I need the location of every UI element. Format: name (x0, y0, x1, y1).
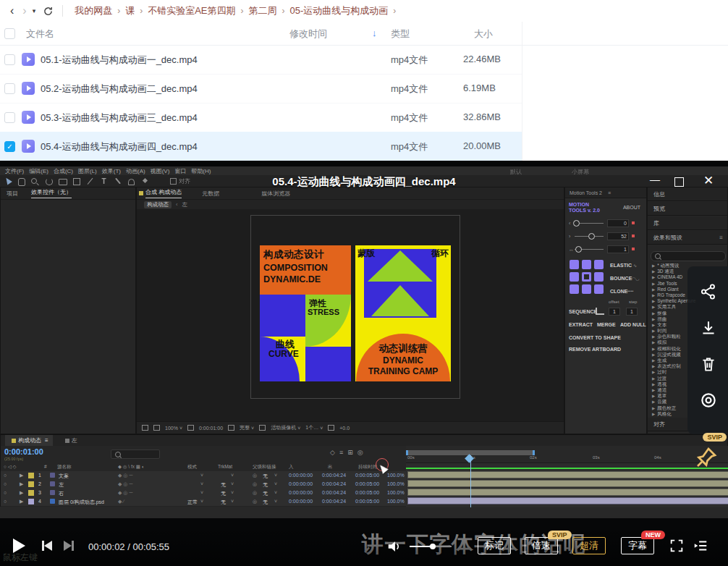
column-header-modified[interactable]: 修改时间 (289, 28, 327, 41)
fullscreen-icon[interactable] (669, 538, 685, 557)
maximize-button[interactable] (674, 177, 684, 187)
artwork-camp-en2: TRAINING CAMP (356, 366, 450, 376)
playlist-icon[interactable] (692, 538, 709, 557)
comp-crumb-current: 左 (182, 201, 188, 208)
previous-frame-button[interactable] (42, 541, 52, 551)
layer-name: 文案 (59, 473, 69, 480)
column-header-type[interactable]: 类型 (391, 28, 410, 41)
file-row-selected[interactable]: ✓ 05.4-运动曲线与构成动画四_dec.mp4 mp4文件 20.00MB (0, 132, 522, 161)
svip-pin-widget[interactable]: SVIP (683, 433, 728, 478)
pin-icon[interactable] (693, 444, 719, 470)
breadcrumb-item[interactable]: 课 (125, 4, 135, 17)
row-checkbox[interactable] (4, 83, 15, 94)
screen: ‹ › ▾ 我的网盘 › 课 › 不错实验室AE第四期 › 第二周 › 05-运… (0, 0, 728, 566)
breadcrumb-item-current[interactable]: 05-运动曲线与构成动画 (290, 4, 389, 17)
file-name[interactable]: 05.3-运动曲线与构成动画三_dec.mp4 (41, 111, 198, 124)
file-size: 32.86MB (463, 111, 501, 122)
video-content[interactable]: 文件(F) 编辑(E) 合成(C) 图层(L) 效果(T) 动画(A) 视图(V… (0, 166, 728, 518)
minimize-button[interactable]: — (650, 174, 660, 185)
artwork-orange-dome: 动态训练营 DYNAMIC TRAINING CAMP (356, 334, 450, 381)
next-frame-button[interactable] (64, 541, 74, 551)
artwork-elastic-en: STRESS (308, 308, 339, 316)
file-name[interactable]: 05.1-运动曲线与构成动画一_dec.mp4 (41, 54, 198, 67)
search-icon (115, 452, 121, 457)
comp-snapshot-icon (228, 425, 234, 431)
speed-button[interactable]: 倍速 (525, 537, 558, 554)
mt-remove-button: REMOVE ARTBOARD (569, 347, 621, 352)
comp-crumb-separator: ‹ (176, 201, 178, 208)
back-icon[interactable]: ‹ (10, 5, 14, 17)
file-type: mp4文件 (391, 83, 428, 96)
file-name[interactable]: 05.2-运动曲线与构成动画二_dec.mp4 (41, 83, 198, 96)
layer-name: 右 (59, 490, 64, 497)
artwork-orange-header: 构成动态设计 COMPOSITION DYNAMIC.DE (260, 245, 351, 295)
time-display: 00:00:02 / 00:05:55 (88, 541, 169, 552)
mark-button[interactable]: 标记 (478, 537, 511, 554)
mt-elastic-button: ELASTIC (610, 263, 632, 268)
motion-tools-brand: MOTION (569, 202, 589, 207)
ae-panel-preview: 预览 (653, 205, 665, 213)
player-title: 05.4-运动曲线与构成动画四_dec.mp4 (0, 175, 728, 189)
browser-navbar: ‹ › ▾ 我的网盘 › 课 › 不错实验室AE第四期 › 第二周 › 05-运… (0, 0, 728, 22)
refresh-icon[interactable] (43, 6, 54, 17)
mt-red-dot (632, 235, 635, 237)
search-icon (655, 253, 661, 259)
volume-icon[interactable] (386, 538, 402, 557)
close-button[interactable]: ✕ (703, 173, 714, 188)
download-icon[interactable] (699, 318, 718, 340)
file-row[interactable]: 05.2-运动曲线与构成动画二_dec.mp4 mp4文件 6.19MB (0, 74, 522, 104)
share-icon[interactable] (699, 282, 718, 304)
breadcrumb-item[interactable]: 不错实验室AE第四期 (148, 4, 235, 17)
file-row[interactable]: 05.3-运动曲线与构成动画三_dec.mp4 mp4文件 32.86MB (0, 103, 522, 132)
breadcrumb-item[interactable]: 第二周 (249, 4, 277, 17)
artwork-green-triangle (371, 285, 429, 316)
history-dropdown-icon[interactable]: ▾ (33, 8, 36, 14)
timeline-timecode: 0:00:01:00 (4, 447, 43, 456)
file-type: mp4文件 (391, 140, 428, 153)
subtitle-button[interactable]: 字幕 (621, 537, 654, 554)
file-row[interactable]: 05.1-运动曲线与构成动画一_dec.mp4 mp4文件 22.46MB (0, 45, 522, 75)
timeline-toggle-icons: ◇≡⊞◎ (330, 449, 368, 456)
row-checkbox[interactable] (4, 112, 15, 123)
ae-project-panel: 项目 效果控件（无） (0, 187, 136, 434)
layer-bar (407, 480, 728, 487)
row-checkbox[interactable] (4, 54, 15, 65)
row-checkbox-checked[interactable]: ✓ (4, 141, 15, 152)
svip-badge: SVIP (703, 433, 727, 442)
video-file-icon (22, 140, 35, 153)
forward-icon[interactable]: › (22, 5, 26, 17)
mt-sequence-button: SEQUENCE (569, 309, 597, 314)
layer-bar (407, 489, 728, 496)
mt-merge-button: MERGE (597, 322, 616, 327)
layer-bar (407, 471, 728, 478)
delete-icon[interactable] (699, 355, 718, 376)
sort-descending-icon[interactable]: ↓ (372, 28, 377, 38)
play-button[interactable] (13, 538, 25, 553)
ae-panel-align: 对齐 (653, 421, 665, 428)
artwork-title-en2: DYNAMIC.DE (263, 274, 321, 284)
timeline-ruler: 00s 01s 02s 03s 04s (406, 446, 728, 463)
breadcrumb-item-root[interactable]: 我的网盘 (75, 4, 112, 17)
video-player-window: 文件(F) 编辑(E) 合成(C) 图层(L) 效果(T) 动画(A) 视图(V… (0, 161, 728, 566)
timeline-layer-row: ○▶ 4 图层 0/构成动态.psd ◆ ∕ 正常˅ 无˅ ◎无˅ 0:00:0… (1, 497, 406, 507)
mt-convert-button: CONVERT TO SHAPE (569, 335, 621, 340)
record-icon[interactable] (699, 391, 718, 413)
comp-bar-icon (142, 425, 148, 431)
player-title-bar[interactable]: 05.4-运动曲线与构成动画四_dec.mp4 — ✕ (0, 174, 728, 193)
file-name[interactable]: 05.4-运动曲线与构成动画四_dec.mp4 (41, 140, 198, 153)
artwork-blue-square (260, 295, 305, 337)
player-control-bar: 00:00:02 / 00:05:55 标记 倍速 SVIP 超清 字幕 NEW (0, 526, 728, 566)
motion-tools-panel: Motion Tools 2≡ MOTIONTOOLS v. 2.0 ABOUT… (564, 187, 647, 434)
mt-seq-offset-value: 1 (609, 308, 620, 316)
svip-badge: SVIP (548, 531, 572, 539)
rendered-frames-line (406, 468, 728, 469)
artwork-blue-square (305, 347, 351, 381)
layer-name: 左 (59, 481, 64, 489)
volume-slider[interactable] (410, 546, 452, 547)
column-header-size[interactable]: 大小 (474, 28, 493, 41)
column-header-name[interactable]: 文件名 (26, 28, 54, 41)
select-all-checkbox[interactable] (4, 28, 15, 39)
av-columns-icons: ○ ◁ ◇ (4, 464, 17, 470)
quality-button[interactable]: 超清 (572, 537, 606, 554)
comp-camera: 活动摄像机 (271, 424, 296, 431)
